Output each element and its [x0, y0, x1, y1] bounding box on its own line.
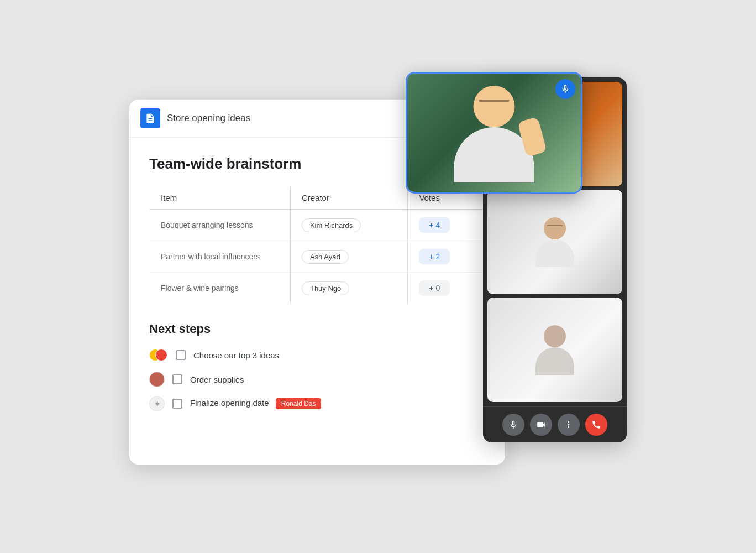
call-controls	[483, 406, 627, 442]
participant-4-visual	[533, 325, 577, 375]
checkbox-1[interactable]	[176, 350, 186, 360]
row-votes-3[interactable]: + 0	[408, 273, 485, 304]
row-votes-1[interactable]: + 4	[408, 210, 485, 241]
main-video-bg	[407, 74, 581, 192]
mic-button[interactable]	[502, 414, 524, 436]
cursor-tooltip-ronald: Ronald Das	[276, 398, 322, 409]
col-creator: Creator	[290, 186, 407, 210]
checkbox-2[interactable]	[172, 374, 182, 384]
row-votes-2[interactable]: + 2	[408, 241, 485, 273]
table-row: Flower & wine pairings Thuy Ngo + 0	[150, 273, 485, 304]
end-call-button[interactable]	[585, 414, 607, 436]
participant-main-visual	[439, 83, 549, 182]
assignee-double	[149, 347, 168, 363]
vote-btn-2[interactable]: + 2	[419, 249, 450, 264]
checklist-item-3: ✦ Finalize opening date Ronald Das	[149, 396, 485, 411]
brainstorm-table: Item Creator Votes Bouquet arranging les…	[149, 186, 485, 304]
vote-btn-1[interactable]: + 4	[419, 217, 450, 233]
camera-button[interactable]	[530, 414, 552, 436]
row-item-2: Partner with local influencers	[150, 241, 291, 273]
checklist-item-2: Order supplies	[149, 372, 485, 387]
checklist-item-1: Choose our top 3 ideas	[149, 347, 485, 363]
assignee-avatar-2	[149, 372, 165, 387]
checklist: Choose our top 3 ideas Order supplies ✦ …	[149, 347, 485, 411]
checklist-text-1: Choose our top 3 ideas	[193, 351, 279, 360]
vote-btn-3[interactable]: + 0	[419, 280, 450, 296]
checklist-text-2: Order supplies	[190, 375, 244, 384]
doc-title: Store opening ideas	[167, 113, 250, 124]
tile-bg-2	[487, 190, 622, 294]
creator-chip-3: Thuy Ngo	[302, 281, 349, 295]
video-tile-3	[487, 298, 622, 402]
checkbox-3[interactable]	[172, 399, 182, 409]
docs-icon	[140, 108, 160, 128]
checklist-text-3: Finalize opening date Ronald Das	[190, 398, 321, 409]
table-row: Bouquet arranging lessons Kim Richards +…	[150, 210, 485, 241]
google-meet-mic-icon	[555, 79, 575, 99]
creator-chip-1: Kim Richards	[302, 218, 361, 232]
add-assignee-btn[interactable]: ✦	[149, 396, 165, 411]
next-steps-title: Next steps	[149, 322, 485, 336]
video-tile-2	[487, 190, 622, 294]
main-video	[406, 72, 582, 194]
table-row: Partner with local influencers Ash Ayad …	[150, 241, 485, 273]
row-creator-2: Ash Ayad	[290, 241, 407, 273]
tile-bg-3	[487, 298, 622, 402]
row-item-3: Flower & wine pairings	[150, 273, 291, 304]
col-item: Item	[150, 186, 291, 210]
more-options-button[interactable]	[558, 414, 580, 436]
participant-3-visual	[533, 217, 577, 267]
row-item-1: Bouquet arranging lessons	[150, 210, 291, 241]
row-creator-3: Thuy Ngo	[290, 273, 407, 304]
creator-chip-2: Ash Ayad	[302, 250, 349, 264]
row-creator-1: Kim Richards	[290, 210, 407, 241]
